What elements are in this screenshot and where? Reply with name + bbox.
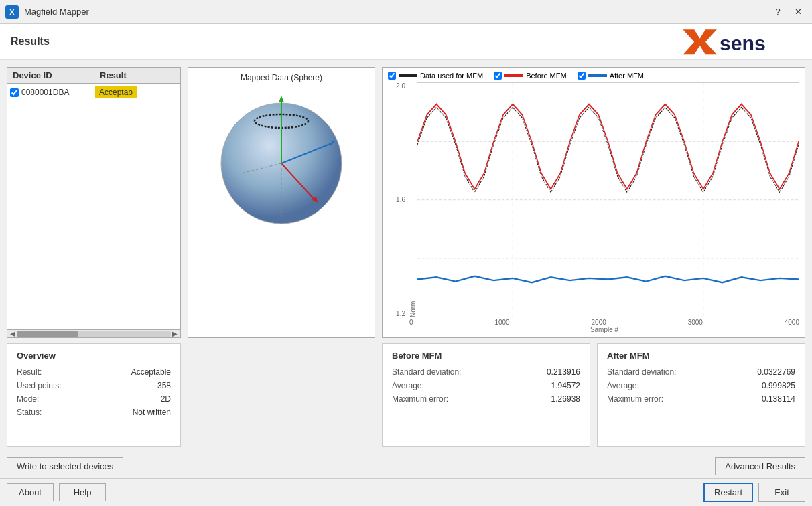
before-avg-value: 1.94572	[551, 381, 580, 390]
app-icon: X	[5, 5, 19, 19]
xsens-logo: sens	[677, 28, 801, 55]
overview-points-row: Used points: 358	[17, 381, 171, 390]
after-mfm-title: After MFM	[607, 351, 795, 361]
device-result-cell: Acceptab	[95, 86, 137, 98]
scroll-left-arrow[interactable]: ◀	[9, 330, 17, 337]
window-controls: ? ✕	[769, 5, 807, 19]
legend-item-0: Data used for MFM	[388, 72, 483, 80]
y-tick-2: 2.0	[396, 82, 405, 90]
app-title: Magfield Mapper	[24, 7, 769, 17]
legend-label-2: After MFM	[610, 72, 644, 80]
svg-text:sens: sens	[720, 32, 766, 54]
after-std-value: 0.0322769	[757, 367, 795, 377]
device-scrollbar[interactable]: ◀ ▶	[7, 329, 180, 337]
before-avg-row: Average: 1.94572	[392, 381, 580, 390]
chart-legend: Data used for MFM Before MFM After MFM	[388, 72, 799, 80]
exit-button[interactable]: Exit	[758, 483, 805, 502]
used-points-value: 358	[157, 381, 171, 390]
bottom-left-buttons: About Help	[7, 483, 106, 501]
after-std-row: Standard deviation: 0.0322769	[607, 367, 795, 377]
after-avg-value: 0.999825	[762, 381, 795, 390]
overview-status-row: Status: Not written	[17, 408, 171, 417]
before-maxerr-row: Maximum error: 1.26938	[392, 394, 580, 404]
top-panel: Device ID Result 0080001DBA Acceptab ◀ ▶	[7, 67, 805, 338]
y-axis-label: Norm	[408, 82, 417, 317]
x-axis: 0 1000 2000 3000 4000	[388, 319, 799, 326]
before-avg-label: Average:	[392, 381, 424, 390]
restart-button[interactable]: Restart	[703, 483, 753, 502]
svg-rect-13	[399, 74, 417, 77]
write-selected-button[interactable]: Write to selected devices	[7, 457, 123, 475]
device-panel: Device ID Result 0080001DBA Acceptab ◀ ▶	[7, 67, 181, 338]
x-tick-2: 2000	[592, 319, 606, 326]
x-axis-label: Sample #	[388, 326, 799, 333]
legend-label-1: Before MFM	[526, 72, 567, 80]
col-id-header: Device ID	[13, 70, 100, 80]
scroll-right-arrow[interactable]: ▶	[171, 330, 179, 337]
scrollbar-thumb[interactable]	[17, 331, 78, 337]
legend-check-1[interactable]	[494, 72, 502, 80]
action-bar: Write to selected devices Advanced Resul…	[0, 454, 812, 478]
before-maxerr-value: 1.26938	[551, 394, 580, 404]
help-button[interactable]: ?	[769, 5, 787, 19]
x-tick-1: 1000	[494, 319, 509, 326]
after-maxerr-value: 0.138114	[762, 394, 795, 404]
sphere-panel: Mapped Data (Sphere)	[188, 67, 375, 338]
page-title: Results	[11, 35, 50, 48]
before-std-row: Standard deviation: 0.213916	[392, 367, 580, 377]
legend-item-1: Before MFM	[494, 72, 567, 80]
after-avg-label: Average:	[607, 381, 639, 390]
col-result-header: Result	[100, 70, 175, 80]
svg-rect-14	[504, 74, 523, 77]
x-tick-3: 3000	[688, 319, 703, 326]
advanced-results-button[interactable]: Advanced Results	[715, 457, 805, 475]
device-id-cell: 0080001DBA	[21, 88, 95, 97]
main-container: Results sens Device ID Result 00	[0, 24, 812, 506]
before-mfm-box: Before MFM Standard deviation: 0.213916 …	[382, 343, 590, 447]
after-mfm-box: After MFM Standard deviation: 0.0322769 …	[597, 343, 805, 447]
chart-panel: Data used for MFM Before MFM After MFM	[382, 67, 805, 338]
after-maxerr-label: Maximum error:	[607, 394, 663, 404]
stats-row: Overview Result: Acceptable Used points:…	[7, 343, 805, 447]
before-maxerr-label: Maximum error:	[392, 394, 448, 404]
after-avg-row: Average: 0.999825	[607, 381, 795, 390]
content-area: Device ID Result 0080001DBA Acceptab ◀ ▶	[0, 60, 812, 454]
before-std-value: 0.213916	[547, 367, 580, 377]
chart-drawing-area	[417, 82, 799, 317]
legend-check-0[interactable]	[388, 72, 396, 80]
help-button[interactable]: Help	[59, 483, 106, 501]
header: Results sens	[0, 24, 812, 60]
svg-rect-15	[588, 74, 607, 77]
after-maxerr-row: Maximum error: 0.138114	[607, 394, 795, 404]
stats-spacer	[188, 343, 375, 447]
result-value: Acceptable	[131, 367, 171, 377]
svg-marker-6	[279, 96, 284, 102]
device-table-header: Device ID Result	[7, 68, 180, 84]
svg-marker-0	[683, 29, 717, 54]
device-checkbox[interactable]	[10, 88, 19, 97]
before-mfm-title: Before MFM	[392, 351, 580, 361]
used-points-label: Used points:	[17, 381, 62, 390]
y-axis: 2.0 1.6 1.2	[388, 82, 408, 317]
about-button[interactable]: About	[7, 483, 54, 501]
result-label: Result:	[17, 367, 42, 377]
overview-result-row: Result: Acceptable	[17, 367, 171, 377]
overview-box: Overview Result: Acceptable Used points:…	[7, 343, 181, 447]
y-tick-1: 1.6	[396, 196, 405, 203]
sphere-title: Mapped Data (Sphere)	[241, 73, 322, 82]
mode-label: Mode:	[17, 394, 39, 404]
title-bar: X Magfield Mapper ? ✕	[0, 0, 812, 24]
x-tick-0: 0	[409, 319, 413, 326]
status-value: Not written	[133, 408, 171, 417]
bottom-right-buttons: Restart Exit	[703, 483, 805, 502]
legend-label-0: Data used for MFM	[420, 72, 483, 80]
status-label: Status:	[17, 408, 42, 417]
logo-svg: sens	[677, 27, 801, 56]
mode-value: 2D	[161, 394, 171, 404]
before-std-label: Standard deviation:	[392, 367, 461, 377]
legend-check-2[interactable]	[578, 72, 586, 80]
scrollbar-track[interactable]	[17, 331, 171, 337]
overview-mode-row: Mode: 2D	[17, 394, 171, 404]
table-row: 0080001DBA Acceptab	[7, 84, 180, 101]
close-button[interactable]: ✕	[789, 5, 807, 19]
